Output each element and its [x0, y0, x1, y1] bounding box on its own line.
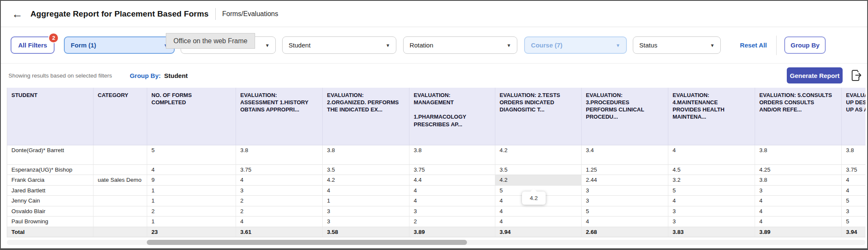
category-cell: [93, 145, 147, 164]
filter-count-badge: 2: [48, 33, 59, 43]
category-cell: [93, 164, 147, 175]
value-cell: 3.8: [755, 145, 842, 164]
value-cell: 3.8: [323, 145, 409, 164]
value-cell: 3.8: [409, 145, 495, 164]
value-cell: 4: [755, 206, 842, 217]
value-cell: 3: [582, 196, 668, 206]
value-cell: 3: [236, 185, 323, 196]
value-cell: 3: [668, 217, 755, 227]
value-cell: 4.25: [755, 164, 842, 175]
export-icon[interactable]: [850, 69, 862, 83]
filter-dropdown-student-label: Student: [288, 42, 310, 49]
total-row: Total233.613.583.893.942.683.833.893.94: [7, 227, 866, 237]
value-cell: 3.4: [582, 145, 668, 164]
filter-dropdown-status-label: Status: [639, 42, 657, 49]
value-cell: 4: [668, 196, 755, 206]
value-cell: 3.5: [323, 164, 409, 175]
column-header: EVALUATION: 2.TESTS ORDERS INDICATED DIA…: [495, 88, 582, 145]
value-cell: 2: [409, 217, 495, 227]
value-cell: 4.2: [495, 175, 582, 186]
value-cell: 3.5: [495, 164, 582, 175]
office-frame-tooltip: Office on the web Frame: [166, 33, 255, 49]
student-cell: Donte(Grad)* Barrett: [7, 145, 93, 164]
cell-value-tooltip: 4.2: [522, 192, 546, 205]
value-cell: 3.8: [755, 175, 842, 186]
page-subtitle: Forms/Evaluations: [222, 10, 278, 18]
value-cell: 1: [147, 217, 236, 227]
filterbar-divider: [776, 36, 777, 55]
table-row: Donte(Grad)* Barrett53.83.83.84.23.443.8…: [7, 145, 866, 164]
report-table: STUDENTCATEGORYNO. OF FORMS COMPLETEDEVA…: [7, 88, 865, 237]
table-row: Jared Bartlett134453534: [7, 185, 866, 196]
value-cell: 23: [147, 227, 236, 237]
filter-dropdown-rotation-label: Rotation: [409, 42, 433, 49]
group-by-value: Student: [164, 72, 188, 79]
value-cell: 3.8: [236, 145, 323, 164]
category-cell: [93, 227, 147, 237]
group-by-label: Group By:: [130, 72, 161, 79]
value-cell: 4: [495, 206, 582, 217]
filter-dropdown-course[interactable]: Course (7) ▼: [524, 36, 627, 54]
value-cell: 4.4: [409, 175, 495, 186]
value-cell: 4: [668, 145, 755, 164]
filter-dropdown-rotation[interactable]: Rotation ▼: [403, 36, 517, 54]
header-row: STUDENTCATEGORYNO. OF FORMS COMPLETEDEVA…: [7, 88, 866, 145]
student-cell: Esperanza(UG)* Bishop: [7, 164, 93, 175]
value-cell: 1: [147, 196, 236, 206]
category-cell: [93, 185, 147, 196]
value-cell: 9: [147, 175, 236, 186]
value-cell: 3.94: [495, 227, 582, 237]
value-cell: 5: [842, 196, 866, 206]
category-cell: [93, 206, 147, 217]
column-header: EVALUATION: MANAGEMENT 1.PHARMACOLOGY PR…: [409, 88, 495, 145]
horizontal-scrollbar[interactable]: [7, 240, 865, 245]
value-cell: 1.25: [582, 164, 668, 175]
scrollbar-thumb[interactable]: [147, 240, 467, 245]
value-cell: 2: [236, 196, 323, 206]
category-cell: [93, 196, 147, 206]
value-cell: 5: [842, 217, 866, 227]
table-row: Frank Garciauate Sales Demo944.24.44.22.…: [7, 175, 866, 186]
category-cell: [93, 217, 147, 227]
value-cell: 3: [582, 185, 668, 196]
column-header: EVALUATION: ASSESSMENT 1.HISTORY OBTAINS…: [236, 88, 323, 145]
value-cell: 4.5: [668, 164, 755, 175]
back-arrow-icon[interactable]: ←: [12, 8, 23, 19]
value-cell: 3.83: [668, 227, 755, 237]
column-header: CATEGORY: [93, 88, 147, 145]
title-divider: [215, 8, 216, 20]
value-cell: 3: [755, 185, 842, 196]
column-header: EVALUATION: 2.ORGANIZED. PERFORMS THE IN…: [323, 88, 409, 145]
filter-dropdown-form[interactable]: Form (1) ▼: [64, 36, 175, 54]
all-filters-label: All Filters: [18, 42, 47, 49]
value-cell: 4: [755, 196, 842, 206]
value-cell: 4: [582, 217, 668, 227]
filter-dropdown-student[interactable]: Student ▼: [282, 36, 396, 54]
results-status-text: Showing results based on selected filter…: [8, 72, 112, 79]
value-cell: 3.75: [409, 164, 495, 175]
group-by-button[interactable]: Group By: [784, 36, 826, 54]
value-cell: 3.61: [236, 227, 323, 237]
generate-report-button[interactable]: Generate Report: [787, 67, 843, 83]
value-cell: 4: [236, 175, 323, 186]
filter-dropdown-status[interactable]: Status ▼: [633, 36, 721, 54]
all-filters-button[interactable]: All Filters 2: [11, 36, 55, 54]
value-cell: 1: [147, 185, 236, 196]
student-cell: Jared Bartlett: [7, 185, 93, 196]
column-header: EVALUAT UP DESIG UP AS AF: [842, 88, 866, 145]
column-header: EVALUATION: 3.PROCEDURES PERFORMS CLINIC…: [582, 88, 668, 145]
page-title: Aggregate Report for Placement Based For…: [30, 9, 209, 19]
value-cell: 3.75: [842, 164, 866, 175]
value-cell: 3.2: [668, 175, 755, 186]
value-cell: 4: [147, 164, 236, 175]
student-cell: Jenny Cain: [7, 196, 93, 206]
chevron-down-icon: ▼: [615, 43, 620, 48]
chevron-down-icon: ▼: [265, 43, 269, 48]
value-cell: 3: [842, 206, 866, 217]
value-cell: 4: [842, 175, 866, 186]
value-cell: 5: [147, 145, 236, 164]
reset-all-link[interactable]: Reset All: [740, 42, 767, 49]
student-cell: Osvaldo Blair: [7, 206, 93, 217]
category-cell: uate Sales Demo: [93, 175, 147, 186]
column-header: EVALUATION: 4.MAINTENANCE PROVIDES HEALT…: [668, 88, 755, 145]
